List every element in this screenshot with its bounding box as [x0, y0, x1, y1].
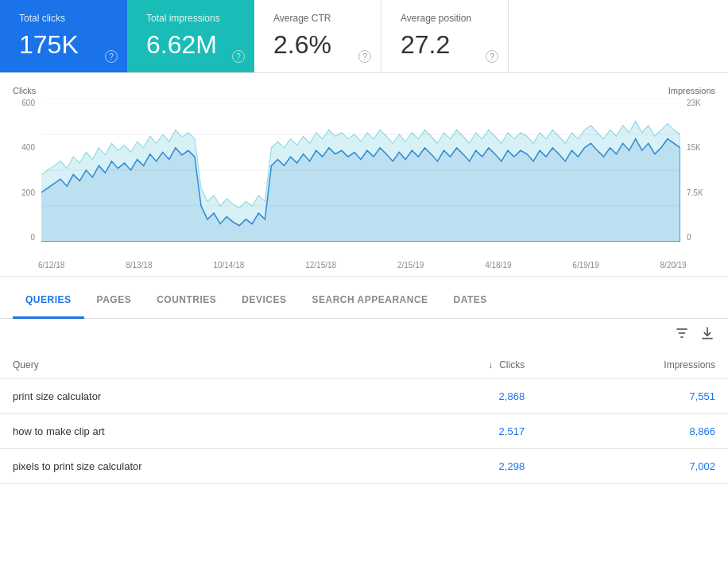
table-row: print size calculator 2,868 7,551 — [0, 379, 728, 414]
table-row: how to make clip art 2,517 8,866 — [0, 414, 728, 449]
table-header-row: Query ↓ Clicks Impressions — [0, 351, 728, 379]
cell-query: print size calculator — [0, 379, 384, 414]
total-clicks-value: 175K — [19, 30, 108, 60]
average-ctr-label: Average CTR — [273, 13, 362, 24]
sort-arrow-icon: ↓ — [488, 359, 493, 370]
col-header-impressions: Impressions — [537, 351, 728, 379]
cell-impressions: 8,866 — [537, 414, 728, 449]
chart-y-left-axis: 600 400 200 0 — [13, 99, 38, 242]
table-row: pixels to print size calculator 2,298 7,… — [0, 449, 728, 484]
chart-left-label: Clicks — [13, 86, 36, 95]
total-clicks-help-icon[interactable]: ? — [105, 50, 118, 63]
average-ctr-value: 2.6% — [273, 30, 362, 60]
chart-x-labels: 6/12/18 8/13/18 10/14/18 12/15/18 2/15/1… — [38, 261, 687, 270]
cell-impressions: 7,002 — [537, 449, 728, 484]
cell-impressions: 7,551 — [537, 379, 728, 414]
col-header-query: Query — [0, 351, 384, 379]
chart-svg — [41, 99, 680, 242]
download-icon[interactable] — [699, 325, 715, 345]
chart-right-label: Impressions — [668, 86, 715, 95]
tab-countries[interactable]: COUNTRIES — [144, 283, 229, 319]
chart-container: 600 400 200 0 23K 15K 7.5K 0 — [13, 99, 715, 258]
tabs-section: QUERIES PAGES COUNTRIES DEVICES SEARCH A… — [0, 283, 728, 484]
chart-y-right-axis: 23K 15K 7.5K 0 — [683, 99, 715, 242]
tab-search-appearance[interactable]: SEARCH APPEARANCE — [300, 283, 441, 319]
tab-dates[interactable]: DATES — [441, 283, 500, 319]
metrics-bar: Total clicks 175K ? Total impressions 6.… — [0, 0, 728, 73]
average-ctr-help-icon[interactable]: ? — [358, 50, 371, 63]
data-table: Query ↓ Clicks Impressions print size ca… — [0, 351, 728, 484]
tab-queries[interactable]: QUERIES — [13, 283, 84, 319]
cell-clicks: 2,517 — [384, 414, 537, 449]
total-clicks-label: Total clicks — [19, 13, 108, 24]
average-position-label: Average position — [401, 13, 489, 24]
tab-pages[interactable]: PAGES — [84, 283, 145, 319]
total-impressions-card: Total impressions 6.62M ? — [127, 0, 254, 72]
tabs-bar: QUERIES PAGES COUNTRIES DEVICES SEARCH A… — [0, 283, 728, 319]
cell-query: how to make clip art — [0, 414, 384, 449]
filter-icon[interactable] — [674, 325, 690, 345]
cell-clicks: 2,298 — [384, 449, 537, 484]
total-clicks-card: Total clicks 175K ? — [0, 0, 127, 72]
cell-clicks: 2,868 — [384, 379, 537, 414]
chart-area: Clicks Impressions 600 400 200 0 23K 15K… — [0, 73, 728, 277]
total-impressions-label: Total impressions — [146, 13, 235, 24]
average-ctr-card: Average CTR 2.6% ? — [254, 0, 381, 72]
cell-query: pixels to print size calculator — [0, 449, 384, 484]
chart-labels-top: Clicks Impressions — [6, 86, 722, 95]
tab-devices[interactable]: DEVICES — [229, 283, 299, 319]
total-impressions-help-icon[interactable]: ? — [232, 50, 245, 63]
total-impressions-value: 6.62M — [146, 30, 235, 60]
col-header-clicks: ↓ Clicks — [384, 351, 537, 379]
table-toolbar — [0, 319, 728, 351]
average-position-help-icon[interactable]: ? — [486, 50, 498, 63]
average-position-card: Average position 27.2 ? — [381, 0, 509, 72]
average-position-value: 27.2 — [401, 30, 489, 60]
